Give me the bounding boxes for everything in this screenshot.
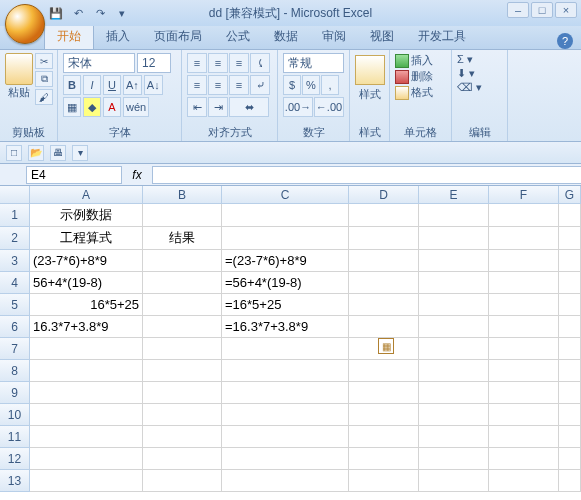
align-right-button[interactable]: ≡: [229, 75, 249, 95]
toolbar-dropdown-icon[interactable]: ▾: [72, 145, 88, 161]
cell-G3[interactable]: [559, 250, 581, 272]
number-format-select[interactable]: 常规: [283, 53, 344, 73]
cell-F8[interactable]: [489, 360, 559, 382]
cell-E6[interactable]: [419, 316, 489, 338]
cell-G11[interactable]: [559, 426, 581, 448]
cell-A3[interactable]: (23-7*6)+8*9: [30, 250, 143, 272]
cell-D13[interactable]: [349, 470, 419, 492]
bold-button[interactable]: B: [63, 75, 81, 95]
cell-B8[interactable]: [143, 360, 222, 382]
smart-tag-icon[interactable]: ▦: [378, 338, 394, 354]
cell-F2[interactable]: [489, 227, 559, 250]
align-center-button[interactable]: ≡: [208, 75, 228, 95]
cell-E12[interactable]: [419, 448, 489, 470]
grow-font-button[interactable]: A↑: [123, 75, 142, 95]
copy-icon[interactable]: ⧉: [35, 71, 53, 87]
cell-C6[interactable]: =16.3*7+3.8*9: [222, 316, 349, 338]
cell-A1[interactable]: 示例数据: [30, 204, 143, 227]
new-icon[interactable]: □: [6, 145, 22, 161]
row-header[interactable]: 1: [0, 204, 30, 227]
row-header[interactable]: 5: [0, 294, 30, 316]
cell-D4[interactable]: [349, 272, 419, 294]
cell-F5[interactable]: [489, 294, 559, 316]
row-header[interactable]: 10: [0, 404, 30, 426]
cell-G10[interactable]: [559, 404, 581, 426]
cell-B5[interactable]: [143, 294, 222, 316]
cell-E10[interactable]: [419, 404, 489, 426]
cell-G13[interactable]: [559, 470, 581, 492]
cell-F10[interactable]: [489, 404, 559, 426]
cell-D1[interactable]: [349, 204, 419, 227]
cell-A8[interactable]: [30, 360, 143, 382]
cell-E3[interactable]: [419, 250, 489, 272]
clear-button[interactable]: ⌫ ▾: [457, 81, 502, 94]
name-box[interactable]: E4: [26, 166, 122, 184]
cell-B3[interactable]: [143, 250, 222, 272]
open-icon[interactable]: 📂: [28, 145, 44, 161]
cell-F12[interactable]: [489, 448, 559, 470]
align-middle-button[interactable]: ≡: [208, 53, 228, 73]
tab-view[interactable]: 视图: [358, 24, 406, 49]
cell-B13[interactable]: [143, 470, 222, 492]
decrease-decimal-button[interactable]: ←.00: [314, 97, 344, 117]
cell-D6[interactable]: [349, 316, 419, 338]
row-header[interactable]: 9: [0, 382, 30, 404]
cell-B10[interactable]: [143, 404, 222, 426]
cell-C13[interactable]: [222, 470, 349, 492]
cell-D5[interactable]: [349, 294, 419, 316]
font-size-select[interactable]: 12: [137, 53, 171, 73]
cell-B6[interactable]: [143, 316, 222, 338]
cell-D10[interactable]: [349, 404, 419, 426]
cell-E8[interactable]: [419, 360, 489, 382]
tab-developer[interactable]: 开发工具: [406, 24, 478, 49]
cell-F7[interactable]: [489, 338, 559, 360]
cell-B4[interactable]: [143, 272, 222, 294]
redo-icon[interactable]: ↷: [92, 5, 108, 21]
cell-B12[interactable]: [143, 448, 222, 470]
col-header[interactable]: F: [489, 186, 559, 204]
cell-A6[interactable]: 16.3*7+3.8*9: [30, 316, 143, 338]
col-header[interactable]: E: [419, 186, 489, 204]
cell-A2[interactable]: 工程算式: [30, 227, 143, 250]
cell-C7[interactable]: [222, 338, 349, 360]
cell-G8[interactable]: [559, 360, 581, 382]
cell-C8[interactable]: [222, 360, 349, 382]
increase-indent-button[interactable]: ⇥: [208, 97, 228, 117]
cell-E9[interactable]: [419, 382, 489, 404]
cell-C1[interactable]: [222, 204, 349, 227]
cell-A12[interactable]: [30, 448, 143, 470]
col-header[interactable]: D: [349, 186, 419, 204]
cell-F11[interactable]: [489, 426, 559, 448]
row-header[interactable]: 3: [0, 250, 30, 272]
orientation-button[interactable]: ⤹: [250, 53, 270, 73]
percent-button[interactable]: %: [302, 75, 320, 95]
cell-B7[interactable]: [143, 338, 222, 360]
cell-G12[interactable]: [559, 448, 581, 470]
cell-G5[interactable]: [559, 294, 581, 316]
row-header[interactable]: 8: [0, 360, 30, 382]
shrink-font-button[interactable]: A↓: [144, 75, 163, 95]
qat-dropdown-icon[interactable]: ▾: [114, 5, 130, 21]
cell-F9[interactable]: [489, 382, 559, 404]
cell-F13[interactable]: [489, 470, 559, 492]
cell-E1[interactable]: [419, 204, 489, 227]
cell-F4[interactable]: [489, 272, 559, 294]
cell-C12[interactable]: [222, 448, 349, 470]
col-header[interactable]: B: [143, 186, 222, 204]
save-icon[interactable]: 💾: [48, 5, 64, 21]
cell-C2[interactable]: [222, 227, 349, 250]
styles-button-label[interactable]: 样式: [355, 87, 384, 102]
cell-A4[interactable]: 56+4*(19-8): [30, 272, 143, 294]
format-painter-icon[interactable]: 🖌: [35, 89, 53, 105]
cell-D3[interactable]: [349, 250, 419, 272]
tab-insert[interactable]: 插入: [94, 24, 142, 49]
cell-F3[interactable]: [489, 250, 559, 272]
cell-D2[interactable]: [349, 227, 419, 250]
row-header[interactable]: 7: [0, 338, 30, 360]
cell-G4[interactable]: [559, 272, 581, 294]
cut-icon[interactable]: ✂: [35, 53, 53, 69]
cell-A9[interactable]: [30, 382, 143, 404]
minimize-button[interactable]: –: [507, 2, 529, 18]
align-left-button[interactable]: ≡: [187, 75, 207, 95]
cell-B1[interactable]: [143, 204, 222, 227]
